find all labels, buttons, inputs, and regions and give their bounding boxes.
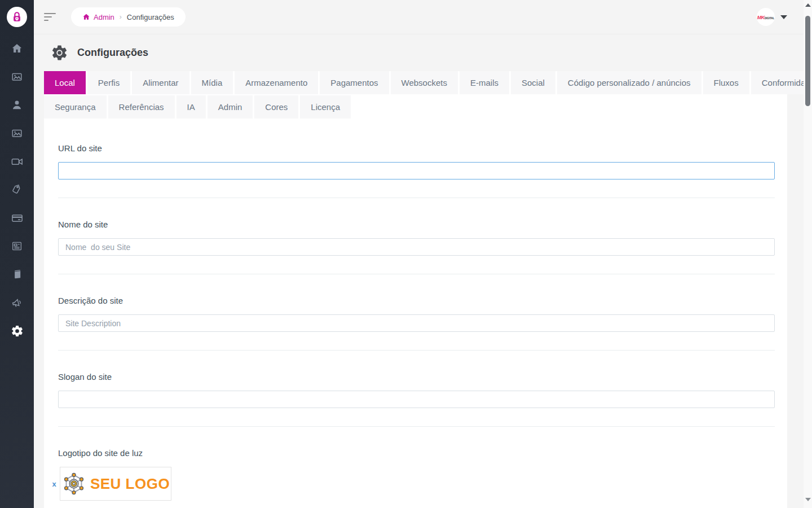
main-area: Admin › Configurações MKDIGITAL Configur… bbox=[34, 0, 812, 508]
tab-social[interactable]: Social bbox=[511, 71, 555, 94]
newspaper-icon bbox=[11, 240, 23, 252]
tab-alimentar[interactable]: Alimentar bbox=[132, 71, 189, 94]
site-url-label: URL do site bbox=[58, 143, 787, 153]
user-icon bbox=[11, 99, 23, 111]
site-description-label: Descrição do site bbox=[58, 296, 787, 305]
site-name-input[interactable] bbox=[58, 238, 775, 256]
divider bbox=[58, 198, 775, 198]
sidebar-nav bbox=[0, 34, 34, 345]
tab-websockets[interactable]: Websockets bbox=[391, 71, 458, 94]
scrollbar-thumb[interactable] bbox=[805, 16, 810, 106]
sidebar-item-users[interactable] bbox=[0, 91, 34, 119]
sidebar-item-home[interactable] bbox=[0, 34, 34, 63]
avatar-logo-digital: DIGITAL bbox=[765, 17, 775, 20]
tab-pagamentos[interactable]: Pagamentos bbox=[320, 71, 389, 94]
sidebar-item-payments[interactable] bbox=[0, 204, 34, 232]
gear-icon bbox=[51, 44, 68, 62]
page-title: Configurações bbox=[77, 47, 148, 59]
divider bbox=[58, 426, 775, 427]
tab-admin[interactable]: Admin bbox=[208, 95, 253, 119]
scroll-down-arrow-icon[interactable] bbox=[804, 496, 812, 503]
tab-row-2: Segurança Referências IA Admin Cores Lic… bbox=[44, 95, 787, 119]
breadcrumb-admin-label: Admin bbox=[94, 13, 114, 21]
video-camera-icon bbox=[11, 155, 24, 168]
gear-icon bbox=[11, 325, 24, 338]
settings-panel: Local Perfis Alimentar Mídia Armazenamen… bbox=[44, 71, 787, 508]
megaphone-icon bbox=[11, 296, 24, 309]
sidebar-item-videos[interactable] bbox=[0, 147, 34, 176]
site-url-input[interactable] bbox=[58, 162, 775, 179]
tab-conformidade[interactable]: Conformidade bbox=[751, 71, 812, 94]
tab-armazenamento[interactable]: Armazenamento bbox=[235, 71, 318, 94]
logo-preview-row: x bbox=[48, 467, 787, 501]
tab-perfis[interactable]: Perfis bbox=[87, 71, 130, 94]
tab-row-1: Local Perfis Alimentar Mídia Armazenamen… bbox=[44, 71, 787, 94]
credit-card-icon bbox=[11, 212, 24, 225]
sidebar-item-gallery[interactable] bbox=[0, 119, 34, 147]
logo-preview-box: SEU LOGO bbox=[60, 467, 171, 501]
page-title-bar: Configurações bbox=[34, 34, 812, 71]
tab-cores[interactable]: Cores bbox=[254, 95, 298, 119]
tab-seguranca[interactable]: Segurança bbox=[44, 95, 107, 119]
logo-text: SEU LOGO bbox=[90, 475, 170, 493]
site-name-label: Nome do site bbox=[58, 220, 787, 229]
sidebar-item-announcements[interactable] bbox=[0, 288, 34, 317]
sidebar-item-tags[interactable] bbox=[0, 176, 34, 204]
tab-codigo-personalizado[interactable]: Código personalizado / anúncios bbox=[557, 71, 701, 94]
photo-stack-icon bbox=[11, 127, 23, 139]
site-slogan-input[interactable] bbox=[58, 391, 775, 408]
menu-toggle-button[interactable] bbox=[44, 11, 58, 23]
tab-fluxos[interactable]: Fluxos bbox=[703, 71, 749, 94]
remove-logo-button[interactable]: x bbox=[48, 480, 60, 488]
sidebar bbox=[0, 0, 34, 508]
app-logo[interactable] bbox=[7, 7, 27, 27]
scroll-up-arrow-icon[interactable] bbox=[804, 1, 812, 9]
breadcrumb-current: Configurações bbox=[127, 13, 174, 21]
site-logo-light-label: Logotipo do site de luz bbox=[58, 448, 787, 458]
local-settings-form: URL do site Nome do site Descrição do si… bbox=[44, 120, 787, 501]
sidebar-item-settings[interactable] bbox=[0, 317, 34, 345]
avatar-logo-mk: MK bbox=[757, 15, 765, 20]
tab-midia[interactable]: Mídia bbox=[191, 71, 233, 94]
sidebar-item-news[interactable] bbox=[0, 232, 34, 260]
user-avatar[interactable]: MKDIGITAL bbox=[757, 8, 775, 26]
breadcrumb-admin-link[interactable]: Admin bbox=[82, 13, 114, 21]
tab-ia[interactable]: IA bbox=[176, 95, 206, 119]
divider bbox=[58, 350, 775, 351]
home-icon bbox=[11, 42, 23, 55]
tag-icon bbox=[11, 183, 23, 196]
site-slogan-label: Slogan do site bbox=[58, 372, 787, 382]
tab-referencias[interactable]: Referências bbox=[108, 95, 175, 119]
chevron-down-icon[interactable] bbox=[780, 15, 787, 19]
breadcrumb: Admin › Configurações bbox=[71, 7, 186, 27]
book-icon bbox=[11, 269, 23, 281]
chevron-right-icon: › bbox=[120, 13, 122, 21]
divider bbox=[58, 274, 775, 274]
tab-local[interactable]: Local bbox=[44, 71, 86, 94]
tab-emails[interactable]: E-mails bbox=[460, 71, 509, 94]
hex-network-logo-icon bbox=[61, 471, 86, 496]
site-description-input[interactable] bbox=[58, 314, 775, 332]
top-header: Admin › Configurações MKDIGITAL bbox=[34, 0, 812, 34]
sidebar-item-book[interactable] bbox=[0, 260, 34, 288]
sidebar-item-media-images[interactable] bbox=[0, 63, 34, 91]
images-icon bbox=[11, 71, 23, 83]
padlock-logo-icon bbox=[11, 11, 23, 23]
page-scrollbar[interactable] bbox=[804, 0, 812, 508]
tab-licenca[interactable]: Licença bbox=[300, 95, 351, 119]
home-icon bbox=[82, 13, 90, 21]
